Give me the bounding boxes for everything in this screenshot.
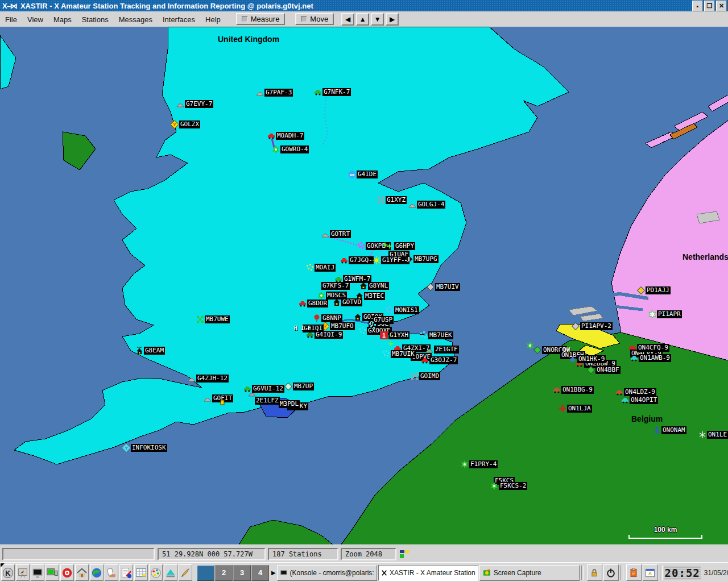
- menu-item-view[interactable]: View: [22, 14, 48, 26]
- station-MB7UP[interactable]: MB7UP: [284, 383, 314, 390]
- organizer-button[interactable]: A: [643, 564, 658, 581]
- station-2E1GTF[interactable]: 2E1GTF: [425, 346, 459, 354]
- station-GOIMD[interactable]: GOIMD: [411, 372, 440, 380]
- station-MOADH-7[interactable]: MOADH-7: [267, 132, 304, 140]
- desktop-button-2[interactable]: 2: [215, 565, 233, 581]
- station-G1YFF-4[interactable]: G1YFF-4: [373, 256, 410, 264]
- station-ON1LE[interactable]: ON1LE: [698, 431, 728, 439]
- menu-item-help[interactable]: Help: [200, 14, 226, 26]
- station-callsign: INFOKIOSK: [131, 444, 167, 452]
- browser-launcher-button[interactable]: [90, 564, 104, 581]
- pan-arrow-button-2[interactable]: ▼: [371, 13, 384, 26]
- taskbar-task-camera[interactable]: Screen Capture: [479, 565, 580, 581]
- pen-launcher-button[interactable]: [179, 564, 192, 581]
- notes-launcher-button[interactable]: [119, 564, 133, 581]
- minimize-button[interactable]: ▪: [692, 1, 703, 11]
- station-GOTVD[interactable]: GOTVD: [333, 298, 362, 306]
- titlebar[interactable]: X–⋈ XASTIR - X Amateur Station Tracking …: [0, 0, 728, 11]
- graphics-launcher-button[interactable]: [149, 564, 163, 581]
- station-G1XYZ[interactable]: G1XYZ: [377, 196, 407, 204]
- station-ON4CFQ-9[interactable]: ON4CFQ-9: [628, 344, 669, 352]
- station-M3PDL[interactable]: M3PDL: [279, 400, 300, 408]
- spreadsheet-launcher-button[interactable]: [134, 564, 148, 581]
- station-PD1AJJ[interactable]: PD1AJJ: [637, 286, 671, 294]
- station-G1YXH[interactable]: 1G1YXH: [380, 331, 410, 339]
- menu-item-file[interactable]: File: [0, 14, 22, 26]
- pan-arrow-button-0[interactable]: ◀: [341, 13, 354, 26]
- station-ON1AWB-9[interactable]: ON1AWB-9: [630, 354, 671, 362]
- panel-hide-arrow[interactable]: ◤: [1, 562, 5, 568]
- station-MB7UEK[interactable]: MB7UEK: [420, 331, 453, 339]
- station-PI1APV-2[interactable]: PI1APV-2: [572, 322, 613, 330]
- station-2E1LFZ[interactable]: 2E1LFZ: [255, 397, 280, 405]
- pan-arrow-button-1[interactable]: ▲: [356, 13, 369, 26]
- taskbar-task-xastir[interactable]: XASTIR - X Amateur Station: [378, 565, 478, 581]
- measure-toggle-button[interactable]: Measure: [236, 13, 286, 25]
- station-G8YNL[interactable]: G8YNL: [359, 282, 389, 290]
- pan-arrow-button-3[interactable]: ▶: [386, 13, 399, 26]
- station-ON1LJA[interactable]: ON1LJA: [559, 405, 592, 413]
- station-GOWRO-4[interactable]: GOWRO-4: [272, 146, 309, 153]
- station-G4IQI-9[interactable]: G4IQI-9: [306, 331, 343, 339]
- station-G8NNP[interactable]: G8NNP: [313, 314, 342, 322]
- display-launcher-button[interactable]: [31, 564, 44, 581]
- close-button[interactable]: ✕: [716, 1, 727, 11]
- station-INFOKIOSK[interactable]: ?INFOKIOSK: [122, 444, 167, 452]
- padlock-icon: [589, 567, 600, 579]
- station-ON4LDZ-9[interactable]: ON4LDZ-9: [615, 388, 656, 396]
- station-G8DOR[interactable]: G8DOR: [299, 300, 328, 307]
- digital-clock[interactable]: 20:52: [664, 566, 701, 580]
- station-MB7UIK[interactable]: MB7UIK: [382, 350, 416, 358]
- help-launcher-button[interactable]: [60, 564, 74, 581]
- station-G7EVY-7[interactable]: G7EVY-7: [176, 100, 213, 108]
- station-ON1BBG-9[interactable]: ON1BBG-9: [553, 386, 594, 394]
- station-G6HPY[interactable]: G6HPY: [386, 242, 415, 250]
- station-GOLGJ-4[interactable]: GOLGJ-4: [408, 201, 445, 209]
- terminal-launcher-button[interactable]: [46, 564, 59, 581]
- station-ON1HK-9[interactable]: ON1HK-9: [569, 355, 606, 363]
- map-canvas[interactable]: United KingdomNetherlandsBelgium G7PAF-3…: [0, 27, 728, 544]
- station-G7JGQ-[interactable]: G7JGQ-: [340, 256, 374, 264]
- home-launcher-button[interactable]: [75, 564, 89, 581]
- station-MB7UIV[interactable]: MB7UIV: [427, 283, 460, 291]
- lock-button[interactable]: [587, 564, 602, 581]
- station-MB7UFO[interactable]: TCPIPMB7UFO: [321, 322, 355, 330]
- station-PI1APR[interactable]: PI1APR: [648, 310, 682, 318]
- station-F1PRY-4[interactable]: F1PRY-4: [461, 460, 498, 468]
- menu-item-stations[interactable]: Stations: [77, 14, 114, 26]
- station-MOAIJ[interactable]: MOAIJ: [306, 264, 336, 272]
- logout-button[interactable]: [603, 564, 619, 581]
- station-G7PAF-3[interactable]: G7PAF-3: [256, 89, 293, 97]
- status-message-field: [2, 548, 155, 560]
- station-G4ZJH-12[interactable]: G4ZJH-12: [188, 375, 229, 383]
- maximize-button[interactable]: ❐: [704, 1, 715, 11]
- station-GOTRT[interactable]: GOTRT: [321, 230, 351, 238]
- desktop-button-3[interactable]: 3: [233, 565, 251, 581]
- station-GOLZX[interactable]: TCPIPGOLZX: [171, 120, 200, 128]
- station-ONONAM[interactable]: ONONAM: [653, 426, 686, 434]
- station-F5KCS-2[interactable]: F5KCS-2: [490, 482, 527, 490]
- menu-item-maps[interactable]: Maps: [48, 14, 77, 26]
- paint-launcher-button[interactable]: [164, 564, 177, 581]
- station-ON4BBF[interactable]: ON4BBF: [587, 366, 621, 374]
- station-G7KFS-7[interactable]: G7KFS-7: [321, 282, 350, 290]
- station-G7NFK-7[interactable]: G7NFK-7: [314, 88, 351, 96]
- station-MB7UWE[interactable]: MB7UWE: [196, 315, 230, 323]
- station-ON4OPIT[interactable]: ON4OPIT: [621, 396, 658, 404]
- taskbar-expand-arrow[interactable]: ▶: [271, 569, 276, 576]
- station-MB7UPG[interactable]: MB7UPG: [405, 255, 439, 263]
- menu-item-interfaces[interactable]: Interfaces: [158, 14, 200, 26]
- desktop-button-4[interactable]: 4: [251, 565, 269, 581]
- station-G3OJZ-7[interactable]: G3OJZ-7: [421, 356, 458, 364]
- station-callsign: MB7UEK: [428, 331, 453, 339]
- desktop-button-1[interactable]: [197, 565, 214, 581]
- station-MONIS1[interactable]: MONIS1: [386, 306, 419, 314]
- easel-launcher-button[interactable]: [16, 564, 30, 581]
- cards-launcher-button[interactable]: [105, 564, 118, 581]
- station-G8EAM[interactable]: G8EAM: [135, 347, 165, 355]
- klipper-button[interactable]: [626, 564, 642, 581]
- taskbar-task-konsole[interactable]: (Konsole - cmorris@polaris:: [277, 565, 377, 581]
- menu-item-messages[interactable]: Messages: [114, 14, 158, 26]
- station-G4IDE[interactable]: wxG4IDE: [348, 171, 378, 178]
- move-toggle-button[interactable]: Move: [295, 13, 334, 25]
